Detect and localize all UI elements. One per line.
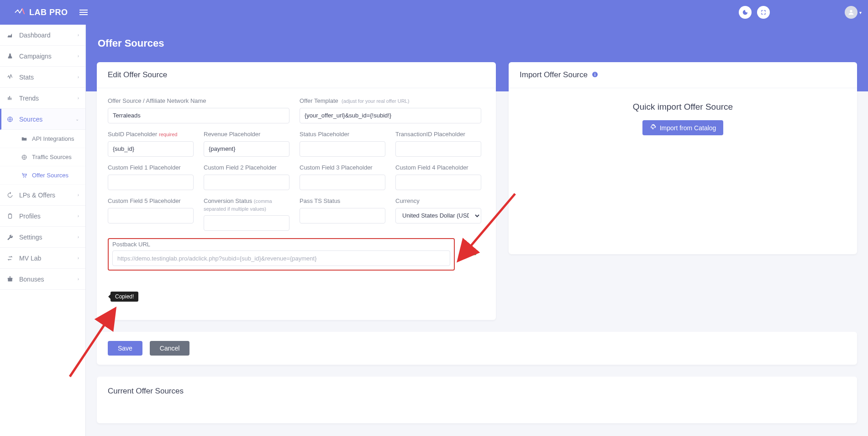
cloud-download-icon [650,124,656,132]
activity-icon [6,74,14,80]
postback-input[interactable] [112,250,450,266]
gift-icon [6,276,14,282]
currency-label: Currency [395,197,481,205]
convstatus-input[interactable] [204,215,289,231]
cf2-label: Custom Field 2 Placeholder [204,164,289,172]
dark-mode-toggle[interactable] [739,6,752,19]
button-label: Save [118,345,132,352]
sidebar-item-label: Stats [19,74,34,81]
page-title: Offer Sources [86,25,868,49]
chevron-right-icon: › [78,192,79,197]
sidebar-item-mvlab[interactable]: MV Lab › [0,248,85,269]
txid-input[interactable] [395,141,481,157]
import-offer-source-card: Import Offer Source Quick import Offer S… [509,62,857,254]
sidebar-sub-label: Traffic Sources [32,154,72,160]
sidebar-item-settings[interactable]: Settings › [0,227,85,248]
chevron-right-icon: › [78,32,79,37]
avatar-icon [845,6,857,19]
svg-rect-5 [9,213,11,214]
sidebar-item-dashboard[interactable]: Dashboard › [0,25,85,46]
passts-label: Pass TS Status [300,197,385,205]
sidebar: Dashboard › Campaigns › Stats › Trends ›… [0,25,86,436]
sidebar-item-label: LPs & Offers [19,191,55,199]
card-title: Edit Offer Source [97,62,496,88]
user-menu[interactable]: ▾ [845,6,862,19]
info-icon[interactable] [591,71,599,80]
clipboard-icon [6,213,14,219]
topbar: LAB PRO ▾ [0,0,868,25]
sidebar-sub-label: API Integrations [32,135,74,142]
svg-rect-8 [473,251,476,255]
cf1-input[interactable] [108,175,194,190]
chevron-down-icon: ▾ [859,10,862,15]
hamburger-icon[interactable] [78,7,89,18]
chevron-down-icon: ⌄ [75,117,79,122]
sidebar-item-label: Settings [19,234,42,241]
svg-point-12 [594,73,595,74]
exchange-icon [6,255,14,261]
sidebar-item-stats[interactable]: Stats › [0,67,85,88]
revenue-label: Revenue Placeholder [204,131,289,138]
sidebar-item-profiles[interactable]: Profiles › [0,206,85,227]
name-input[interactable] [108,108,289,123]
sidebar-sub-offer-sources[interactable]: Offer Sources [0,166,85,185]
globe-icon [21,154,27,160]
logo-wave-icon [15,7,27,17]
import-from-catalog-button[interactable]: Import from Catalog [642,120,724,135]
current-offer-sources-card: Current Offer Sources [97,377,857,423]
sidebar-item-label: Profiles [19,213,41,220]
button-label: Import from Catalog [660,124,716,132]
cf3-label: Custom Field 3 Placeholder [300,164,385,172]
template-label: Offer Template (adjust for your real off… [300,97,481,105]
sidebar-item-label: Campaigns [19,53,52,60]
sidebar-item-sources[interactable]: Sources ⌄ [0,109,85,130]
fullscreen-toggle[interactable] [757,6,770,19]
convstatus-label: Conversion Status (comma separated if mu… [204,197,289,213]
subid-input[interactable] [108,141,194,157]
sidebar-item-lps-offers[interactable]: LPs & Offers › [0,185,85,206]
logo-text: LAB PRO [29,8,68,17]
quick-import-title: Quick import Offer Source [518,102,848,112]
flask-icon [6,53,14,59]
sidebar-item-label: Sources [19,116,42,123]
chevron-right-icon: › [78,276,79,282]
status-input[interactable] [300,141,385,157]
save-button[interactable]: Save [108,341,142,356]
edit-offer-source-card: Edit Offer Source Offer Source / Affilia… [97,62,496,320]
app-logo: LAB PRO [6,7,68,17]
sidebar-sub-traffic-sources[interactable]: Traffic Sources [0,148,85,166]
name-label: Offer Source / Affiliate Network Name [108,97,289,105]
svg-rect-11 [594,74,595,76]
passts-input[interactable] [300,208,385,223]
chevron-right-icon: › [78,53,79,58]
chevron-right-icon: › [78,234,79,239]
sidebar-item-bonuses[interactable]: Bonuses › [0,269,85,290]
sidebar-sub-label: Offer Sources [32,172,68,179]
card-title: Import Offer Source [509,62,857,88]
sidebar-item-trends[interactable]: Trends › [0,88,85,109]
chart-line-icon [6,32,14,38]
sidebar-item-label: Bonuses [19,276,44,283]
globe-icon [6,116,14,122]
chevron-right-icon: › [78,255,79,261]
cf5-input[interactable] [108,208,194,223]
postback-highlight: Postback URL [108,238,455,271]
revenue-input[interactable] [204,141,289,157]
cf3-input[interactable] [300,175,385,190]
sidebar-item-campaigns[interactable]: Campaigns › [0,46,85,67]
main-content: Edit Offer Source Offer Source / Affilia… [86,62,868,436]
copied-tooltip: Copied! [110,292,138,302]
template-input[interactable] [300,108,481,123]
cf2-input[interactable] [204,175,289,190]
sidebar-item-label: MV Lab [19,255,41,262]
currency-select[interactable]: United States Dollar (USD) [395,208,481,223]
copy-icon[interactable] [470,249,477,257]
postback-label: Postback URL [112,241,450,249]
sidebar-sub-api-integrations[interactable]: API Integrations [0,130,85,148]
cart-icon [21,172,27,179]
cf4-label: Custom Field 4 Placeholder [395,164,481,172]
cancel-button[interactable]: Cancel [150,341,190,356]
cf4-input[interactable] [395,175,481,190]
wrench-icon [6,234,14,240]
sidebar-item-label: Trends [19,95,39,102]
